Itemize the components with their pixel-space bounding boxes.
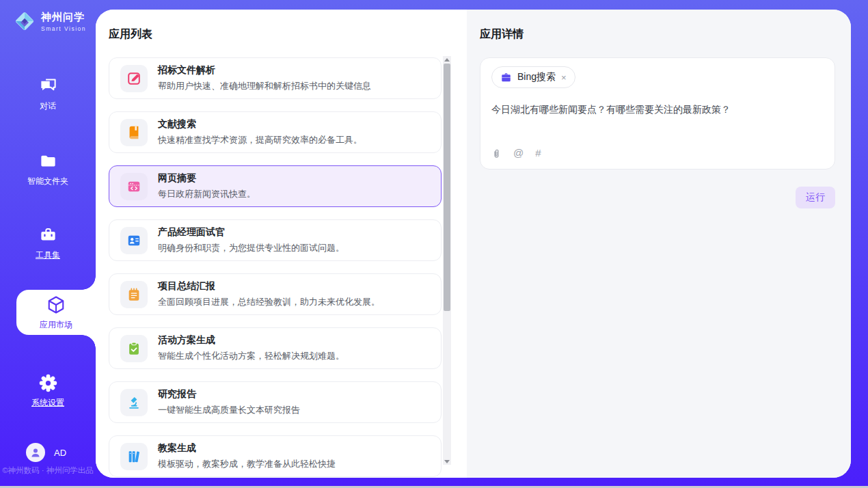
brand-subtitle: Smart Vision xyxy=(41,25,86,32)
avatar xyxy=(26,443,45,462)
app-desc: 每日政府新闻资讯快查。 xyxy=(158,188,256,200)
brand-logo: 神州问学 Smart Vision xyxy=(12,9,86,33)
app-card-project-summary[interactable]: 项目总结汇报 全面回顾项目进展，总结经验教训，助力未来优化发展。 xyxy=(109,273,442,315)
app-name: 文献搜索 xyxy=(158,118,362,131)
interview-card-icon xyxy=(120,227,148,254)
run-button[interactable]: 运行 xyxy=(796,187,835,208)
app-name: 招标文件解析 xyxy=(158,64,371,77)
microscope-icon xyxy=(120,389,148,416)
scroll-down-arrow-icon[interactable] xyxy=(443,458,451,465)
app-name: 教案生成 xyxy=(158,442,336,455)
browser-code-icon xyxy=(120,173,148,200)
user-name: AD xyxy=(54,448,66,458)
folder-icon xyxy=(0,152,96,171)
mention-at-icon[interactable]: @ xyxy=(513,147,524,159)
app-card-web-summary[interactable]: 网页摘要 每日政府新闻资讯快查。 xyxy=(109,165,442,207)
sidebar-item-label: 智能文件夹 xyxy=(0,176,96,187)
app-card-event-plan[interactable]: 活动方案生成 智能生成个性化活动方案，轻松解决规划难题。 xyxy=(109,327,442,369)
app-desc: 一键智能生成高质量长文本研究报告 xyxy=(158,404,300,416)
tool-chip-label: Bing搜索 xyxy=(517,71,556,83)
briefcase-icon xyxy=(500,71,512,83)
chip-close-icon[interactable]: × xyxy=(561,73,567,82)
user-account[interactable]: AD xyxy=(26,443,66,462)
app-card-tender-analysis[interactable]: 招标文件解析 帮助用户快速、准确地理解和解析招标书中的关键信息 xyxy=(109,57,442,99)
sidebar-item-app-market[interactable]: 应用市场 xyxy=(16,290,96,335)
sidebar-item-smart-folder[interactable]: 智能文件夹 xyxy=(0,152,96,187)
sidebar-item-toolset[interactable]: 工具集 xyxy=(0,226,96,261)
app-desc: 快速精准查找学术资源，提高研究效率的必备工具。 xyxy=(158,134,362,146)
app-list-scrollbar[interactable] xyxy=(443,56,451,465)
book-icon xyxy=(120,119,148,146)
app-desc: 智能生成个性化活动方案，轻松解决规划难题。 xyxy=(158,350,344,362)
sidebar-item-label: 工具集 xyxy=(0,249,96,261)
app-detail-panel: 应用详情 Bing搜索 × 今日湖北有哪些新闻要点？有哪些需要关注的最新政策？ xyxy=(467,10,851,478)
app-list-panel: 应用列表 招标文件解析 帮助用户快速、准确地理解和解析招标书中的关键信息 xyxy=(96,10,467,478)
sidebar-item-label: 应用市场 xyxy=(40,319,72,331)
cube-icon xyxy=(46,295,66,315)
pen-square-icon xyxy=(120,65,148,92)
run-button-row: 运行 xyxy=(480,187,835,208)
app-list-title: 应用列表 xyxy=(109,27,467,42)
app-desc: 全面回顾项目进展，总结经验教训，助力未来优化发展。 xyxy=(158,296,380,308)
sidebar-item-label: 系统设置 xyxy=(0,397,96,409)
app-name: 项目总结汇报 xyxy=(158,280,380,293)
sidebar: 神州问学 Smart Vision 对话 智能文件夹 xyxy=(0,0,96,488)
books-icon xyxy=(120,443,148,470)
scrollbar-thumb[interactable] xyxy=(444,64,450,311)
app-card-lesson-plan[interactable]: 教案生成 模板驱动，教案秒成，教学准备从此轻松快捷 xyxy=(109,435,442,477)
diamond-logo-icon xyxy=(12,9,37,33)
app-desc: 明确身份和职责，为您提供专业性的面试问题。 xyxy=(158,242,344,254)
app-card-literature-search[interactable]: 文献搜索 快速精准查找学术资源，提高研究效率的必备工具。 xyxy=(109,111,442,153)
notepad-icon xyxy=(120,281,148,308)
clipboard-check-icon xyxy=(120,335,148,362)
gear-icon xyxy=(0,373,96,392)
toolbox-icon xyxy=(0,226,96,245)
main-content: 应用列表 招标文件解析 帮助用户快速、准确地理解和解析招标书中的关键信息 xyxy=(96,10,851,478)
app-card-research-report[interactable]: 研究报告 一键智能生成高质量长文本研究报告 xyxy=(109,381,442,423)
app-card-pm-interviewer[interactable]: 产品经理面试官 明确身份和职责，为您提供专业性的面试问题。 xyxy=(109,219,442,261)
app-desc: 模板驱动，教案秒成，教学准备从此轻松快捷 xyxy=(158,458,336,470)
scroll-up-arrow-icon[interactable] xyxy=(443,56,451,63)
app-desc: 帮助用户快速、准确地理解和解析招标书中的关键信息 xyxy=(158,80,371,92)
prompt-text[interactable]: 今日湖北有哪些新闻要点？有哪些需要关注的最新政策？ xyxy=(491,104,824,116)
app-name: 活动方案生成 xyxy=(158,334,344,347)
prompt-card[interactable]: Bing搜索 × 今日湖北有哪些新闻要点？有哪些需要关注的最新政策？ @ # xyxy=(480,57,835,170)
sidebar-item-label: 对话 xyxy=(0,100,96,112)
app-name: 网页摘要 xyxy=(158,172,256,185)
app-name: 产品经理面试官 xyxy=(158,226,344,239)
app-card-list: 招标文件解析 帮助用户快速、准确地理解和解析招标书中的关键信息 文献搜索 快速精… xyxy=(109,57,442,477)
sidebar-item-chat[interactable]: 对话 xyxy=(0,77,96,112)
chat-icon xyxy=(0,77,96,96)
app-name: 研究报告 xyxy=(158,388,300,401)
hashtag-icon[interactable]: # xyxy=(535,147,541,159)
copyright-text: ©神州数码 · 神州问学出品 xyxy=(0,465,96,476)
brand-name: 神州问学 xyxy=(41,11,85,23)
app-detail-title: 应用详情 xyxy=(480,27,835,42)
paperclip-icon[interactable] xyxy=(491,147,502,159)
sidebar-item-settings[interactable]: 系统设置 xyxy=(0,373,96,409)
attachment-toolbar: @ # xyxy=(491,147,824,162)
tool-chip-bing-search[interactable]: Bing搜索 × xyxy=(491,66,575,88)
